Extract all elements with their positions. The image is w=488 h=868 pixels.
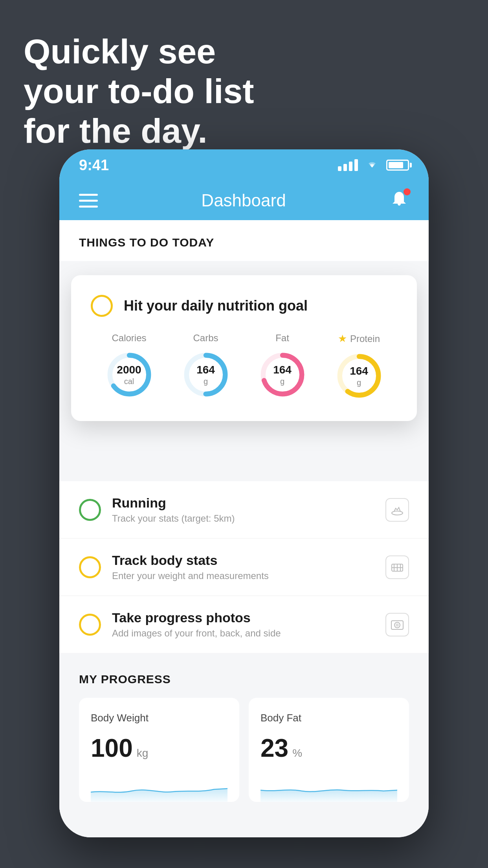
calories-donut: 2000 cal (104, 349, 155, 400)
photos-subtitle: Add images of your front, back, and side (112, 628, 374, 639)
wifi-icon (365, 157, 379, 173)
fat-unit: g (273, 377, 292, 386)
protein-donut: 164 g (334, 350, 385, 401)
photos-text: Take progress photos Add images of your … (112, 610, 374, 639)
carbs-donut: 164 g (180, 349, 231, 400)
svg-point-8 (392, 511, 403, 515)
body-fat-value-row: 23 % (261, 734, 397, 763)
nutrition-card-title: Hit your daily nutrition goal (124, 298, 308, 314)
nav-bar: Dashboard (59, 181, 429, 220)
running-icon (385, 498, 409, 522)
bell-icon[interactable] (389, 190, 409, 211)
photos-icon (385, 613, 409, 636)
things-section-title: THINGS TO DO TODAY (79, 236, 214, 249)
running-title: Running (112, 495, 374, 511)
status-time: 9:41 (79, 157, 109, 174)
calories-unit: cal (117, 377, 141, 386)
body-stats-text: Track body stats Enter your weight and m… (112, 553, 374, 581)
body-stats-title: Track body stats (112, 553, 374, 568)
nutrition-item-protein: ★ Protein 164 g (334, 333, 385, 401)
photos-title: Take progress photos (112, 610, 374, 625)
protein-value: 164 (350, 364, 368, 378)
status-icons (338, 157, 409, 173)
protein-label: ★ Protein (338, 333, 380, 345)
progress-cards: Body Weight 100 kg (79, 698, 409, 802)
calories-label: Calories (112, 333, 146, 344)
phone-frame: 9:41 Dashboard (59, 149, 429, 837)
headline: Quickly see your to-do list for the day. (24, 31, 254, 151)
carbs-label: Carbs (193, 333, 218, 344)
phone-content: THINGS TO DO TODAY Hit your daily nutrit… (59, 220, 429, 837)
progress-section: MY PROGRESS Body Weight 100 kg (59, 653, 429, 818)
battery-icon (386, 160, 409, 171)
running-subtitle: Track your stats (target: 5km) (112, 513, 374, 524)
carbs-unit: g (196, 377, 215, 386)
todo-item-body-stats[interactable]: Track body stats Enter your weight and m… (59, 539, 429, 596)
todo-item-photos[interactable]: Take progress photos Add images of your … (59, 596, 429, 653)
fat-donut: 164 g (257, 349, 308, 400)
body-weight-value: 100 (91, 734, 133, 763)
progress-section-title: MY PROGRESS (79, 673, 409, 686)
nutrition-item-carbs: Carbs 164 g (180, 333, 231, 400)
fat-label: Fat (275, 333, 289, 344)
body-weight-value-row: 100 kg (91, 734, 227, 763)
signal-icon (338, 159, 358, 171)
protein-unit: g (350, 378, 368, 387)
things-to-do-header: THINGS TO DO TODAY (59, 220, 429, 261)
body-fat-card[interactable]: Body Fat 23 % (249, 698, 409, 802)
running-status-circle (79, 499, 101, 521)
body-fat-chart (261, 774, 397, 802)
calories-value: 2000 (117, 363, 141, 377)
fat-value: 164 (273, 363, 292, 377)
body-stats-subtitle: Enter your weight and measurements (112, 570, 374, 581)
nutrition-card-header: Hit your daily nutrition goal (91, 295, 397, 317)
body-weight-chart (91, 774, 227, 802)
nutrition-row: Calories 2000 cal Carbs (91, 333, 397, 401)
todo-list: Running Track your stats (target: 5km) T… (59, 481, 429, 653)
body-fat-value: 23 (261, 734, 288, 763)
carbs-value: 164 (196, 363, 215, 377)
body-stats-icon (385, 555, 409, 579)
body-fat-card-title: Body Fat (261, 712, 397, 724)
body-fat-unit: % (292, 747, 302, 760)
nav-title: Dashboard (201, 191, 286, 210)
body-weight-card[interactable]: Body Weight 100 kg (79, 698, 239, 802)
svg-point-16 (396, 623, 399, 627)
star-icon: ★ (338, 333, 347, 345)
nutrition-status-circle (91, 295, 113, 317)
running-text: Running Track your stats (target: 5km) (112, 495, 374, 524)
body-weight-unit: kg (137, 747, 149, 760)
bell-notification-dot (404, 188, 411, 195)
hamburger-menu[interactable] (79, 194, 98, 208)
status-bar: 9:41 (59, 149, 429, 181)
nutrition-item-fat: Fat 164 g (257, 333, 308, 400)
body-weight-card-title: Body Weight (91, 712, 227, 724)
photos-status-circle (79, 614, 101, 636)
body-stats-status-circle (79, 556, 101, 578)
nutrition-card: Hit your daily nutrition goal Calories 2… (71, 275, 417, 421)
todo-item-running[interactable]: Running Track your stats (target: 5km) (59, 481, 429, 539)
nutrition-item-calories: Calories 2000 cal (104, 333, 155, 400)
